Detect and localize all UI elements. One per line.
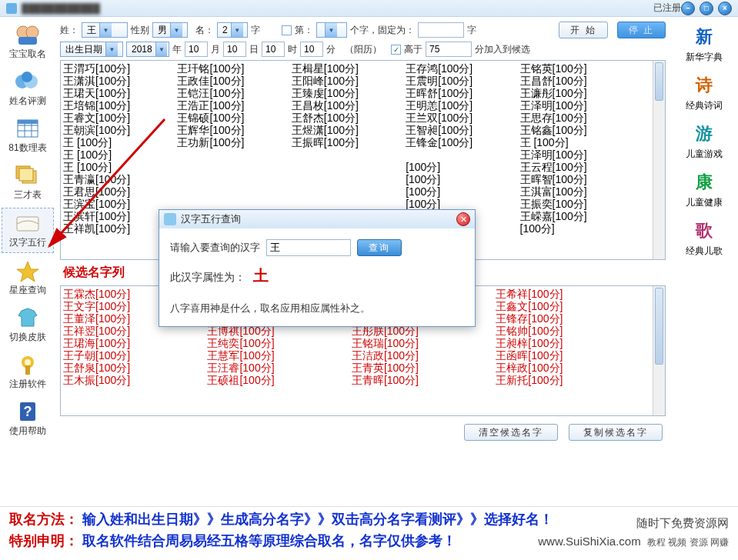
name-cell[interactable]: 王淇富[100分] [519, 185, 633, 198]
name-cell[interactable]: 王阳峰[100分] [291, 75, 405, 87]
name-cell[interactable]: 王培锦[100分] [62, 99, 176, 112]
name-cell[interactable]: 王 [100分] [519, 136, 633, 148]
candidate-cell[interactable]: 王铭帅[100分] [495, 325, 639, 337]
candidate-cell[interactable]: 王鑫文[100分] [495, 300, 639, 312]
candidate-cell[interactable]: 王汪睿[100分] [206, 362, 350, 374]
name-cell[interactable] [176, 173, 290, 185]
name-cell[interactable]: 王辉华[100分] [176, 124, 290, 136]
hour-input[interactable] [262, 42, 285, 57]
clear-candidates-button[interactable]: 清空候选名字 [464, 424, 558, 441]
candidate-cell[interactable]: 王青晖[100分] [351, 374, 495, 386]
candidate-cell[interactable]: 王硕祖[100分] [206, 374, 350, 386]
candidate-cell[interactable]: 王新托[100分] [495, 374, 639, 386]
name-cell[interactable]: 王功新[100分] [176, 136, 290, 148]
name-cell[interactable]: 王 [100分] [62, 148, 176, 161]
gender-select[interactable]: 男▼ [152, 22, 188, 38]
name-cell[interactable]: [100分] [405, 173, 519, 185]
name-cell[interactable] [291, 161, 405, 173]
score-threshold-input[interactable] [426, 42, 472, 57]
name-cell[interactable] [405, 148, 519, 161]
name-cell[interactable]: 王思存[100分] [519, 112, 633, 124]
name-cell[interactable]: 王君思[100分] [62, 185, 176, 198]
name-cell[interactable] [176, 198, 290, 210]
name-cell[interactable]: 王睿文[100分] [62, 112, 176, 124]
di-checkbox[interactable] [282, 25, 292, 35]
name-cell[interactable]: 王振奕[100分] [519, 198, 633, 210]
dialog-close-button[interactable]: ✕ [456, 212, 470, 226]
name-cell[interactable]: 王浩正[100分] [176, 99, 290, 112]
name-cell[interactable]: [100分] [405, 161, 519, 173]
name-cell[interactable]: 王铠汪[100分] [176, 87, 290, 99]
name-cell[interactable]: 王晖舒[100分] [405, 87, 519, 99]
name-cell[interactable]: 王昌枚[100分] [291, 99, 405, 112]
name-cell[interactable]: 王珺天[100分] [62, 87, 176, 99]
start-button[interactable]: 开 始 [559, 22, 607, 38]
rightbar-item-shici[interactable]: 诗经典诗词 [686, 73, 723, 112]
di-select[interactable]: ▼ [316, 22, 347, 38]
date-type-select[interactable]: 出生日期▼ [60, 42, 123, 57]
rightbar-item-erge[interactable]: 歌经典儿歌 [686, 218, 723, 258]
name-cell[interactable]: 王泽明[100分] [519, 99, 633, 112]
sidebar-item-sancai[interactable]: 三才表 [2, 161, 54, 205]
name-cell[interactable]: 王智昶[100分] [405, 124, 519, 136]
fixed-char-input[interactable] [418, 22, 464, 38]
min-input[interactable] [300, 42, 323, 57]
candidate-cell[interactable]: 王梓政[100分] [495, 362, 639, 374]
candidate-cell[interactable]: 王昶梓[100分] [495, 337, 639, 349]
candidate-cell[interactable]: 王锋存[100分] [495, 312, 639, 325]
name-cell[interactable]: 王潇淇[100分] [62, 75, 176, 87]
name-cell[interactable] [176, 148, 290, 161]
candidate-cell[interactable]: 王子朝[100分] [62, 349, 206, 362]
name-cell[interactable] [291, 148, 405, 161]
copy-candidates-button[interactable]: 复制候选名字 [569, 424, 663, 441]
name-cell[interactable] [291, 173, 405, 185]
candidate-cell[interactable]: 王洁政[100分] [351, 349, 495, 362]
name-cell[interactable]: 王渭巧[100分] [62, 62, 176, 75]
name-cell[interactable]: 王锋金[100分] [405, 136, 519, 148]
name-cell[interactable]: 王濂彤[100分] [519, 87, 633, 99]
year-select[interactable]: 2018▼ [126, 42, 169, 57]
close-button[interactable]: × [718, 2, 732, 15]
name-cell[interactable]: 王明恙[100分] [405, 99, 519, 112]
name-cell[interactable]: 王晖智[100分] [519, 173, 633, 185]
name-cell[interactable]: 王昌舒[100分] [519, 75, 633, 87]
candidate-cell[interactable]: 王希祥[100分] [495, 288, 639, 300]
rightbar-item-youxi[interactable]: 游儿童游戏 [686, 122, 723, 161]
name-cell[interactable]: 王泽明[100分] [519, 148, 633, 161]
wuxing-input[interactable] [266, 239, 351, 256]
candidate-cell[interactable]: 王铭瑞[100分] [351, 337, 495, 349]
name-cell[interactable] [291, 198, 405, 210]
name-count-select[interactable]: 2▼ [217, 22, 248, 38]
sidebar-item-pifu[interactable]: 切换皮肤 [2, 303, 54, 347]
sidebar-item-wuxing[interactable]: 汉字五行 [2, 208, 54, 253]
sidebar-item-help[interactable]: ?使用帮助 [2, 397, 54, 441]
name-cell[interactable]: 王铭英[100分] [519, 62, 633, 75]
name-cell[interactable]: 王振晖[100分] [291, 136, 405, 148]
name-cell[interactable]: 王锦硕[100分] [176, 112, 290, 124]
candidate-cell[interactable]: 王珺海[100分] [62, 337, 206, 349]
name-cell[interactable]: 王云程[100分] [519, 161, 633, 173]
name-cell[interactable]: 王 [100分] [62, 136, 176, 148]
query-button[interactable]: 查询 [357, 239, 402, 256]
name-cell[interactable]: 王嵘嘉[100分] [519, 210, 633, 222]
sidebar-item-xingming[interactable]: 姓名评测 [2, 67, 54, 111]
name-cell[interactable]: [100分] [405, 185, 519, 198]
rightbar-item-xinhua[interactable]: 新新华字典 [686, 25, 723, 64]
name-cell[interactable] [176, 185, 290, 198]
candidate-cell[interactable]: 王木振[100分] [62, 374, 206, 386]
name-cell[interactable]: 王震明[100分] [405, 75, 519, 87]
candidate-cell[interactable]: 王纯奕[100分] [206, 337, 350, 349]
candidate-cell[interactable]: 王函晖[100分] [495, 349, 639, 362]
day-input[interactable] [223, 42, 246, 57]
sidebar-item-baobao[interactable]: 宝宝取名 [2, 20, 54, 64]
candidate-cell[interactable]: 王慧军[100分] [206, 349, 350, 362]
name-cell[interactable]: 王兰双[100分] [405, 112, 519, 124]
name-cell[interactable]: 王煜潇[100分] [291, 124, 405, 136]
month-input[interactable] [185, 42, 208, 57]
candidate-cell[interactable]: 王舒泉[100分] [62, 362, 206, 374]
stop-button[interactable]: 停 止 [617, 22, 666, 38]
rightbar-item-jiankang[interactable]: 康儿童健康 [686, 170, 723, 209]
name-cell[interactable]: 王舒杰[100分] [291, 112, 405, 124]
name-cell[interactable]: [100分] [519, 222, 633, 235]
scrollbar[interactable] [653, 286, 665, 415]
